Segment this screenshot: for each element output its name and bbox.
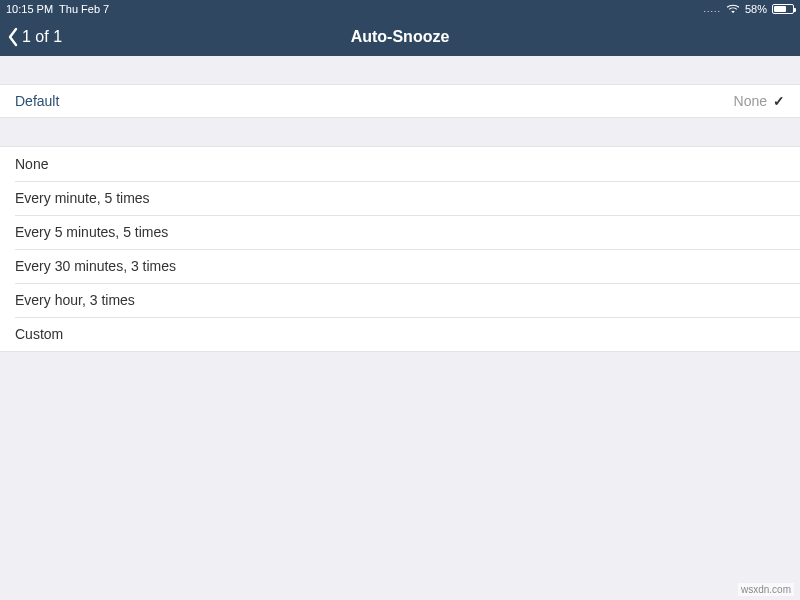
status-time: 10:15 PM	[6, 3, 53, 15]
option-label: Every hour, 3 times	[15, 292, 135, 308]
group-spacer	[0, 118, 800, 146]
checkmark-icon: ✓	[773, 93, 785, 109]
status-right: ..... 58%	[703, 3, 794, 15]
status-bar: 10:15 PM Thu Feb 7 ..... 58%	[0, 0, 800, 18]
option-row[interactable]: None	[0, 147, 800, 181]
default-row-value: None	[734, 93, 767, 109]
status-date: Thu Feb 7	[59, 3, 109, 15]
page-title: Auto-Snooze	[0, 28, 800, 46]
cellular-dots-icon: .....	[703, 4, 721, 14]
option-row[interactable]: Every 5 minutes, 5 times	[0, 215, 800, 249]
chevron-left-icon	[6, 27, 20, 47]
battery-percent: 58%	[745, 3, 767, 15]
option-row[interactable]: Every hour, 3 times	[0, 283, 800, 317]
watermark: wsxdn.com	[738, 583, 794, 596]
option-row[interactable]: Every minute, 5 times	[0, 181, 800, 215]
default-row-right: None ✓	[734, 93, 785, 109]
option-label: Every 30 minutes, 3 times	[15, 258, 176, 274]
back-button[interactable]: 1 of 1	[0, 27, 62, 47]
status-left: 10:15 PM Thu Feb 7	[6, 3, 109, 15]
default-row[interactable]: Default None ✓	[0, 84, 800, 118]
battery-icon	[772, 4, 794, 14]
nav-bar: 1 of 1 Auto-Snooze	[0, 18, 800, 56]
default-row-label: Default	[15, 93, 59, 109]
content: Default None ✓ None Every minute, 5 time…	[0, 56, 800, 352]
option-row[interactable]: Custom	[0, 317, 800, 351]
back-label: 1 of 1	[22, 28, 62, 46]
option-row[interactable]: Every 30 minutes, 3 times	[0, 249, 800, 283]
option-label: Every minute, 5 times	[15, 190, 150, 206]
options-group: None Every minute, 5 times Every 5 minut…	[0, 146, 800, 352]
option-label: None	[15, 156, 48, 172]
option-label: Custom	[15, 326, 63, 342]
option-label: Every 5 minutes, 5 times	[15, 224, 168, 240]
group-spacer	[0, 56, 800, 84]
wifi-icon	[726, 3, 740, 15]
